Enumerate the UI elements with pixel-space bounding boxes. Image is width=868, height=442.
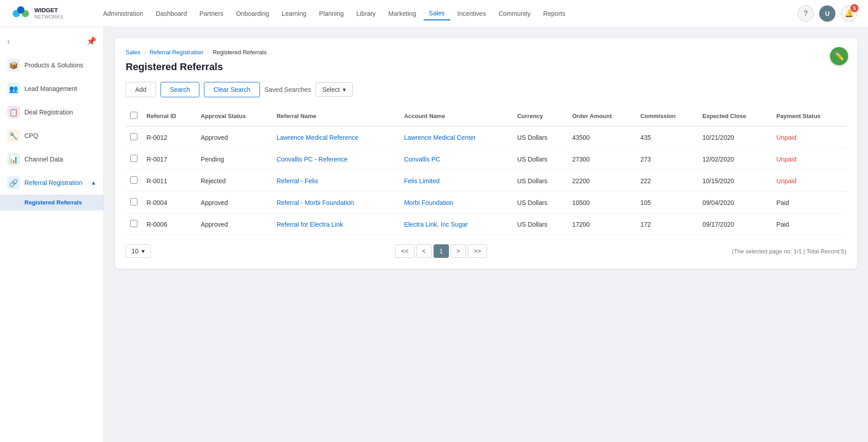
cell-account-name-1[interactable]: Convallis PC: [400, 148, 513, 170]
sidebar-pin-button[interactable]: 📌: [86, 36, 96, 46]
prev-page-button[interactable]: <: [416, 244, 432, 258]
cell-account-name-3[interactable]: Morbi Foundation: [400, 192, 513, 214]
next-page-button[interactable]: >: [451, 244, 466, 258]
row-checkbox-4[interactable]: [130, 220, 137, 227]
row-checkbox-2[interactable]: [130, 176, 137, 184]
referral-name-link-4[interactable]: Referral for Electra Link: [277, 221, 343, 228]
cell-referral-name-2[interactable]: Referral - Felis: [272, 170, 400, 192]
row-checkbox-cell-0: [126, 126, 142, 148]
nav-link-marketing[interactable]: Marketing: [383, 7, 421, 20]
referral-name-link-1[interactable]: Convallis PC - Reference: [277, 156, 348, 163]
payment-status-1[interactable]: Unpaid: [776, 156, 796, 163]
payment-status-4: Paid: [776, 221, 789, 228]
nav-link-onboarding[interactable]: Onboarding: [231, 7, 274, 20]
last-page-button[interactable]: >>: [468, 244, 487, 258]
account-name-link-4[interactable]: Electra Link, Inc Sugar: [404, 221, 468, 228]
nav-link-incentives[interactable]: Incentives: [452, 7, 491, 20]
breadcrumb-sales[interactable]: Sales: [126, 49, 141, 56]
nav-link-library[interactable]: Library: [351, 7, 381, 20]
select-all-checkbox[interactable]: [130, 112, 137, 119]
nav-link-sales[interactable]: Sales: [424, 7, 450, 20]
registered-referrals-label: Registered Referrals: [24, 199, 82, 206]
cell-referral-name-0[interactable]: Lawrence Medical Reference: [272, 126, 400, 148]
cell-currency-1: US Dollars: [513, 148, 568, 170]
cell-referral-name-1[interactable]: Convallis PC - Reference: [272, 148, 400, 170]
nav-link-community[interactable]: Community: [493, 7, 536, 20]
table-row: R-0017 Pending Convallis PC - Reference …: [126, 148, 846, 170]
first-page-button[interactable]: <<: [395, 244, 414, 258]
table-body: R-0012 Approved Lawrence Medical Referen…: [126, 126, 846, 235]
cell-account-name-2[interactable]: Felis Limited: [400, 170, 513, 192]
nav-link-dashboard[interactable]: Dashboard: [151, 7, 193, 20]
account-name-link-1[interactable]: Convallis PC: [404, 156, 440, 163]
referral-name-link-0[interactable]: Lawrence Medical Reference: [277, 134, 359, 141]
cell-account-name-0[interactable]: Lawrence Medical Center: [400, 126, 513, 148]
page-1-button[interactable]: 1: [434, 244, 449, 258]
sidebar-item-channel-data[interactable]: 📊 Channel Data: [0, 147, 104, 171]
cell-referral-name-3[interactable]: Referral - Morbi Foundation: [272, 192, 400, 214]
notifications-button[interactable]: 🔔 5: [841, 5, 857, 22]
sidebar-sub-item-registered-referrals[interactable]: Registered Referrals: [0, 195, 104, 210]
sidebar-item-cpq[interactable]: 🔧 CPQ: [0, 124, 104, 147]
edit-fab-button[interactable]: ✏️: [830, 47, 848, 65]
account-name-link-3[interactable]: Morbi Foundation: [404, 199, 453, 206]
sidebar-item-label-lead-management: Lead Management: [24, 85, 77, 92]
cell-approval-status-2: Rejected: [196, 170, 272, 192]
top-navigation: WIDGET NETWORKS AdministrationDashboardP…: [0, 0, 868, 27]
cell-account-name-4[interactable]: Electra Link, Inc Sugar: [400, 214, 513, 235]
payment-status-0[interactable]: Unpaid: [776, 134, 796, 141]
row-checkbox-0[interactable]: [130, 133, 137, 140]
nav-link-planning[interactable]: Planning: [314, 7, 349, 20]
cell-order-amount-0: 43500: [568, 126, 636, 148]
cell-currency-0: US Dollars: [513, 126, 568, 148]
row-checkbox-3[interactable]: [130, 198, 137, 205]
add-button[interactable]: Add: [126, 82, 156, 97]
cell-currency-3: US Dollars: [513, 192, 568, 214]
col-header-payment-status: Payment Status: [772, 106, 846, 126]
col-header-account-name: Account Name: [400, 106, 513, 126]
nav-link-learning[interactable]: Learning: [276, 7, 312, 20]
cell-referral-id-4: R-0006: [142, 214, 196, 235]
cell-currency-4: US Dollars: [513, 214, 568, 235]
help-icon-button[interactable]: ?: [797, 5, 814, 22]
nav-link-partners[interactable]: Partners: [194, 7, 229, 20]
sidebar-collapse-controls: ‹ 📌: [0, 33, 104, 53]
cell-referral-name-4[interactable]: Referral for Electra Link: [272, 214, 400, 235]
lead-management-icon: 👥: [7, 82, 20, 95]
col-header-order-amount: Order Amount: [568, 106, 636, 126]
table-row: R-0004 Approved Referral - Morbi Foundat…: [126, 192, 846, 214]
search-button[interactable]: Search: [160, 82, 199, 97]
pagination-bar: 10 ▾ << < 1 > >> (The selected page no: …: [126, 244, 846, 258]
cell-approval-status-3: Approved: [196, 192, 272, 214]
col-header-expected-close: Expected Close: [698, 106, 772, 126]
breadcrumb-referral-registration[interactable]: Referral Registration: [150, 49, 203, 56]
referral-name-link-3[interactable]: Referral - Morbi Foundation: [277, 199, 354, 206]
sidebar-item-products-solutions[interactable]: 📦 Products & Solutions: [0, 53, 104, 77]
cell-commission-3: 105: [636, 192, 698, 214]
saved-searches-select[interactable]: Select ▾: [316, 82, 353, 97]
sidebar-item-label-cpq: CPQ: [24, 132, 38, 139]
account-name-link-0[interactable]: Lawrence Medical Center: [404, 134, 476, 141]
brand-name-line1: WIDGET: [34, 7, 63, 14]
user-avatar[interactable]: U: [819, 5, 835, 22]
clear-search-button[interactable]: Clear Search: [204, 82, 260, 97]
nav-link-administration[interactable]: Administration: [98, 7, 149, 20]
sidebar-item-lead-management[interactable]: 👥 Lead Management: [0, 77, 104, 100]
referral-name-link-2[interactable]: Referral - Felis: [277, 177, 318, 185]
row-checkbox-cell-3: [126, 192, 142, 214]
row-checkbox-cell-4: [126, 214, 142, 235]
page-size-selector[interactable]: 10 ▾: [126, 244, 151, 258]
payment-status-2[interactable]: Unpaid: [776, 177, 796, 185]
table-header-select: [126, 106, 142, 126]
cell-order-amount-2: 22200: [568, 170, 636, 192]
cell-commission-0: 435: [636, 126, 698, 148]
logo[interactable]: WIDGET NETWORKS: [11, 4, 83, 24]
account-name-link-2[interactable]: Felis Limited: [404, 177, 440, 185]
sidebar-item-referral-registration[interactable]: 🔗 Referral Registration ▲: [0, 171, 104, 195]
sidebar-item-deal-registration[interactable]: 📋 Deal Registration: [0, 100, 104, 124]
row-checkbox-1[interactable]: [130, 155, 137, 162]
cell-order-amount-1: 27300: [568, 148, 636, 170]
select-label: Select: [322, 86, 340, 93]
sidebar-back-button[interactable]: ‹: [7, 37, 10, 46]
nav-link-reports[interactable]: Reports: [538, 7, 571, 20]
